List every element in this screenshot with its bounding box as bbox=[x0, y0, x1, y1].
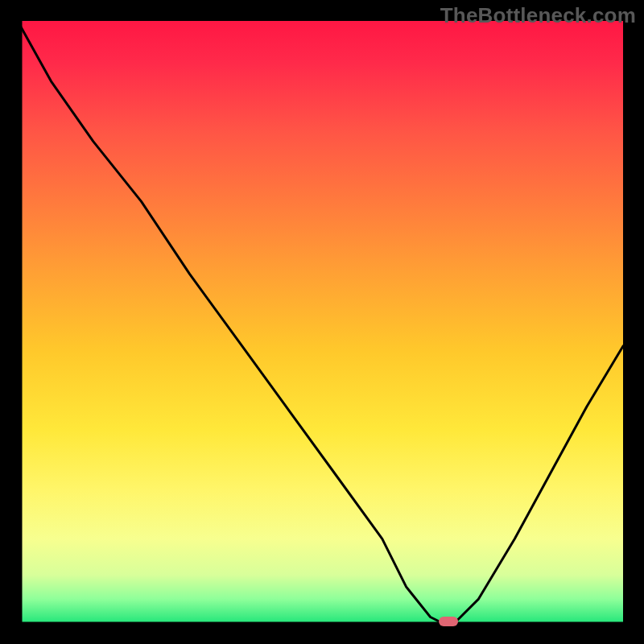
bottleneck-chart bbox=[0, 0, 644, 644]
watermark-text: TheBottleneck.com bbox=[440, 3, 636, 28]
optimal-point-marker bbox=[439, 617, 458, 626]
plot-background bbox=[21, 21, 623, 623]
chart-container: TheBottleneck.com bbox=[0, 0, 644, 644]
